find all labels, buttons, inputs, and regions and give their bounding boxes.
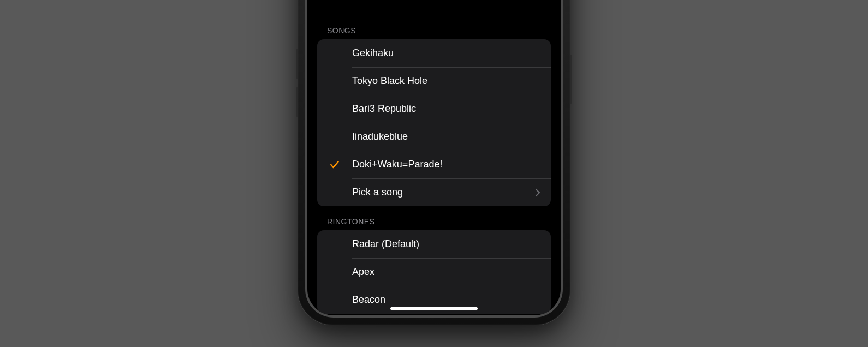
song-label: Tokyo Black Hole [352,75,551,87]
ringtone-label: Radar (Default) [352,238,551,250]
ringtones-group: Radar (Default) Apex Beacon [317,230,551,314]
ringtone-row[interactable]: Apex [317,258,551,286]
chevron-right-icon [531,188,551,197]
volume-down-button [296,87,298,117]
songs-group: Gekihaku Tokyo Black Hole Bari3 Republic… [317,39,551,206]
pick-a-song-label: Pick a song [352,187,531,198]
ringtone-row[interactable]: Radar (Default) [317,230,551,258]
phone-screen: SONGS Gekihaku Tokyo Black Hole Bari3 Re… [307,0,561,315]
song-row-selected[interactable]: Doki+Waku=Parade! [317,151,551,178]
volume-up-button [296,49,298,79]
song-label: Bari3 Republic [352,103,551,115]
song-label: Doki+Waku=Parade! [352,159,551,170]
ringtone-label: Beacon [352,294,551,306]
pick-a-song-row[interactable]: Pick a song [317,178,551,206]
home-indicator[interactable] [390,307,478,310]
ringtone-label: Apex [352,266,551,278]
section-header-songs: SONGS [317,15,551,39]
check-icon [317,159,352,170]
song-row[interactable]: Tokyo Black Hole [317,67,551,95]
side-button [570,55,572,104]
song-label: Iinadukeblue [352,131,551,142]
song-row[interactable]: Bari3 Republic [317,95,551,123]
phone-frame: SONGS Gekihaku Tokyo Black Hole Bari3 Re… [298,0,570,325]
song-row[interactable]: Gekihaku [317,39,551,67]
song-row[interactable]: Iinadukeblue [317,123,551,151]
section-header-ringtones: RINGTONES [317,206,551,230]
song-label: Gekihaku [352,47,551,59]
